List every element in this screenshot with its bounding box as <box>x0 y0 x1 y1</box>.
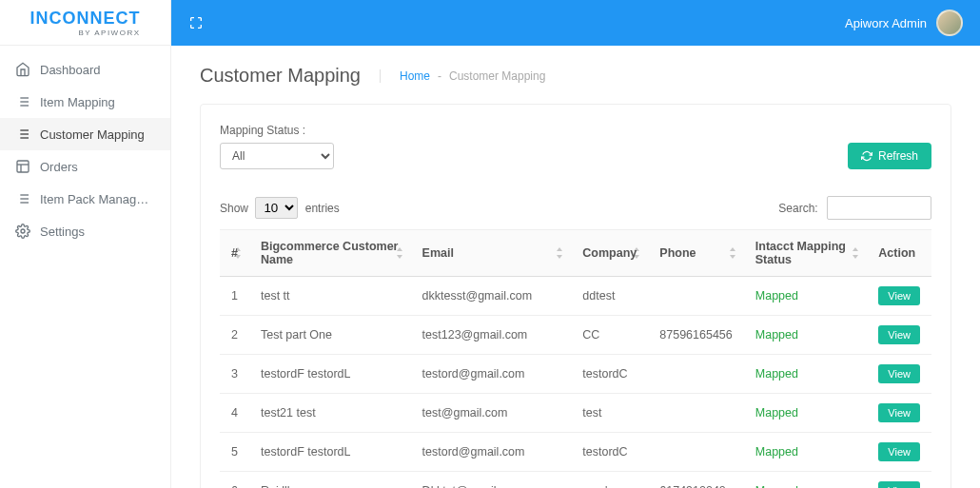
refresh-button[interactable]: Refresh <box>848 143 931 169</box>
mapping-status-filter: Mapping Status : All <box>220 124 334 169</box>
logo-sub: BY APIWORX <box>30 29 141 37</box>
logo[interactable]: INCONNECT BY APIWORX <box>0 0 170 46</box>
list-icon <box>15 127 30 142</box>
email: Dkktet@gmail.com <box>411 472 572 489</box>
user-name[interactable]: Apiworx Admin <box>845 16 927 30</box>
table-row: 4test21 testtest@gmail.comtestMappedView <box>220 394 931 433</box>
company: test <box>571 394 648 433</box>
company: testordC <box>571 433 648 472</box>
logo-main: INCONNECT <box>30 9 141 28</box>
view-button[interactable]: View <box>878 286 920 305</box>
customer-name: Test part One <box>249 316 411 355</box>
mapping-status: Mapped <box>744 316 868 355</box>
customer-name: test21 test <box>249 394 411 433</box>
sidebar-item-label: Item Mapping <box>40 95 115 109</box>
column-header[interactable]: Phone <box>648 230 743 277</box>
entries-select[interactable]: 10 <box>255 197 298 219</box>
customer-table: #Bigcommerce Customer NameEmailCompanyPh… <box>220 229 931 488</box>
company: ddtest <box>571 277 648 316</box>
row-index: 5 <box>220 433 249 472</box>
sidebar-item-label: Customer Mapping <box>40 127 145 142</box>
fullscreen-icon[interactable] <box>188 15 204 30</box>
row-index: 1 <box>220 277 249 316</box>
sidebar-item-orders[interactable]: Orders <box>0 150 170 183</box>
customer-name: testordF testordL <box>249 355 411 394</box>
search-box: Search: <box>778 196 931 220</box>
topbar: Apiworx Admin <box>171 0 980 46</box>
email: test123@gmail.com <box>411 316 572 355</box>
filter-label: Mapping Status : <box>220 124 334 137</box>
refresh-icon <box>861 150 872 162</box>
table-row: 5testordF testordLtestord@gmail.comtesto… <box>220 433 931 472</box>
refresh-label: Refresh <box>878 149 918 163</box>
row-index: 2 <box>220 316 249 355</box>
row-index: 3 <box>220 355 249 394</box>
column-header[interactable]: Company <box>571 230 648 277</box>
avatar[interactable] <box>936 10 963 36</box>
home-icon <box>15 62 30 77</box>
column-header[interactable]: Intacct Mapping Status <box>744 230 868 277</box>
view-button[interactable]: View <box>878 364 920 383</box>
breadcrumb-current: Customer Mapping <box>449 69 545 83</box>
svg-point-21 <box>21 229 25 233</box>
view-button[interactable]: View <box>878 403 920 422</box>
row-index: 4 <box>220 394 249 433</box>
sidebar: INCONNECT BY APIWORX DashboardItem Mappi… <box>0 0 171 488</box>
view-button[interactable]: View <box>878 325 920 344</box>
gear-icon <box>15 224 30 239</box>
phone: 87596165456 <box>648 316 743 355</box>
view-button[interactable]: View <box>878 442 920 461</box>
email: testord@gmail.com <box>411 355 572 394</box>
breadcrumb: Home - Customer Mapping <box>380 69 545 83</box>
search-input[interactable] <box>827 196 931 220</box>
sidebar-item-settings[interactable]: Settings <box>0 215 170 247</box>
sidebar-item-customer-mapping[interactable]: Customer Mapping <box>0 118 170 150</box>
phone: 6174910040 <box>648 472 743 489</box>
company: mac's <box>571 472 648 489</box>
mapping-status: Mapped <box>744 277 868 316</box>
page-header: Customer Mapping Home - Customer Mapping <box>171 46 980 104</box>
mapping-status: Mapped <box>744 472 868 489</box>
phone <box>648 394 743 433</box>
company: testordC <box>571 355 648 394</box>
view-button[interactable]: View <box>878 481 920 488</box>
column-header[interactable]: Action <box>867 230 931 277</box>
phone <box>648 433 743 472</box>
page-title: Customer Mapping <box>200 65 361 87</box>
sidebar-item-item-pack-management-[interactable]: Item Pack Management... <box>0 183 170 215</box>
column-header[interactable]: Bigcommerce Customer Name <box>249 230 411 277</box>
breadcrumb-home[interactable]: Home <box>400 69 430 83</box>
sidebar-item-label: Settings <box>40 224 85 239</box>
sidebar-item-label: Item Pack Management... <box>40 192 155 206</box>
sidebar-item-label: Orders <box>40 160 78 174</box>
email: test@gmail.com <box>411 394 572 433</box>
phone <box>648 277 743 316</box>
column-header[interactable]: # <box>220 230 249 277</box>
mapping-status: Mapped <box>744 433 868 472</box>
table-row: 6Raj lllDkktet@gmail.commac's6174910040M… <box>220 472 931 489</box>
table-row: 1test ttdkktesst@gmail.comddtestMappedVi… <box>220 277 931 316</box>
svg-rect-12 <box>17 161 29 172</box>
sidebar-item-label: Dashboard <box>40 63 101 77</box>
company: CC <box>571 316 648 355</box>
email: dkktesst@gmail.com <box>411 277 572 316</box>
orders-icon <box>15 159 30 174</box>
customer-name: Raj lll <box>249 472 411 489</box>
customer-name: testordF testordL <box>249 433 411 472</box>
column-header[interactable]: Email <box>411 230 572 277</box>
card: Mapping Status : All Refresh Show <box>200 104 951 488</box>
list-icon <box>15 191 30 206</box>
mapping-status: Mapped <box>744 355 868 394</box>
table-row: 2Test part Onetest123@gmail.comCC8759616… <box>220 316 931 355</box>
mapping-status-select[interactable]: All <box>220 143 334 169</box>
sidebar-item-dashboard[interactable]: Dashboard <box>0 53 170 86</box>
nav: DashboardItem MappingCustomer MappingOrd… <box>0 46 170 247</box>
list-icon <box>15 94 30 109</box>
customer-name: test tt <box>249 277 411 316</box>
mapping-status: Mapped <box>744 394 868 433</box>
row-index: 6 <box>220 472 249 489</box>
sidebar-item-item-mapping[interactable]: Item Mapping <box>0 86 170 118</box>
breadcrumb-sep: - <box>438 69 441 83</box>
table-row: 3testordF testordLtestord@gmail.comtesto… <box>220 355 931 394</box>
email: testord@gmail.com <box>411 433 572 472</box>
